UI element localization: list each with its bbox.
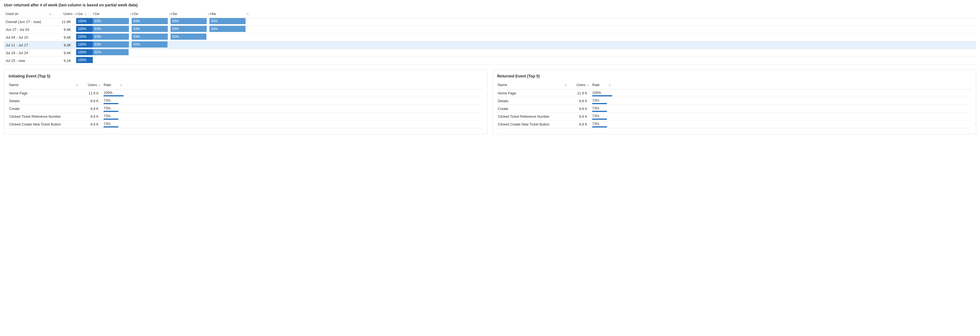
sort-icon[interactable]: ↑↓: [76, 83, 78, 87]
retention-row[interactable]: Jul 25 - now9.1K100%: [4, 57, 976, 64]
retention-cell: 100%: [76, 33, 93, 41]
retention-row[interactable]: Jul 11 - Jul 179.4K100%93%92%: [4, 41, 976, 49]
sort-icon[interactable]: ↑↓: [120, 83, 122, 87]
event-rate: 73%: [589, 105, 971, 113]
sort-icon[interactable]: ↑↓: [565, 83, 566, 87]
retention-bar: 100%: [76, 33, 93, 40]
retention-cell: [93, 57, 132, 64]
sort-icon[interactable]: ↑↓: [247, 12, 248, 16]
rate-bar: [592, 111, 607, 112]
retention-cell: 93%: [93, 18, 132, 25]
retention-bar: 93%: [93, 33, 129, 40]
retention-cell: 100%: [76, 25, 93, 33]
sort-icon[interactable]: ↑↓: [169, 12, 170, 16]
col-name-label: Name: [9, 83, 18, 87]
retention-bar: 93%: [210, 18, 245, 24]
retention-cell: 93%: [93, 41, 132, 49]
col-p1w-label: +1w: [93, 12, 99, 16]
retention-bar: 100%: [76, 41, 93, 48]
cohort-users: 9.4K: [51, 41, 76, 49]
table-row[interactable]: Home Page11.9 K100%: [497, 89, 971, 97]
table-row[interactable]: Clicked Ticket Reference Number8.8 K73%: [497, 113, 971, 121]
retention-cell: 92%: [170, 33, 210, 41]
retention-cell: [170, 49, 210, 57]
rate-label: 73%: [103, 99, 111, 102]
initiating-table: Name ↑↓ Users ↑↓ Rate: [9, 81, 483, 129]
retention-cell: [210, 41, 248, 49]
retention-row[interactable]: Jul 18 - Jul 249.4K100%92%: [4, 49, 976, 57]
sort-icon[interactable]: ↑↓: [130, 12, 132, 16]
retention-cell: 93%: [132, 33, 170, 41]
retention-bar: 92%: [170, 33, 207, 40]
event-cards: Initiating Event (Top 5) Name ↑↓ Users: [4, 70, 976, 134]
retention-cell: [132, 49, 170, 57]
retention-cell: 93%: [132, 25, 170, 33]
retention-cell: [210, 49, 248, 57]
sort-icon[interactable]: ↑↓: [207, 12, 210, 16]
retention-cell: [132, 57, 170, 64]
retention-bar: 93%: [132, 18, 168, 24]
retention-cell: 93%: [170, 25, 210, 33]
event-rate: 73%: [100, 97, 483, 105]
rate-label: 73%: [592, 106, 599, 110]
sort-icon[interactable]: ↑↓: [49, 12, 51, 16]
retention-bar: 93%: [210, 26, 245, 32]
table-row[interactable]: Clicked Create New Ticket Button8.8 K73%: [497, 121, 971, 128]
retention-bar: 100%: [76, 57, 93, 63]
rate-bar: [592, 103, 607, 104]
retention-cell: [210, 57, 248, 64]
table-row[interactable]: Clicked Create New Ticket Button8.8 K73%: [9, 121, 483, 128]
retention-row[interactable]: Overall (Jun 27 - now)11.8K100%93%93%93%…: [4, 18, 976, 25]
table-row[interactable]: Create8.8 K73%: [497, 105, 971, 113]
cohort-users: 9.4K: [51, 49, 76, 57]
table-row[interactable]: Details8.8 K73%: [497, 97, 971, 105]
retention-bar: 100%: [76, 18, 93, 24]
rate-bar: [103, 111, 118, 112]
cohort-users: 9.4K: [51, 33, 76, 41]
col-rate-label: Rate: [592, 83, 600, 87]
retention-bar: 93%: [132, 33, 168, 40]
retention-cell: 93%: [93, 25, 132, 33]
sort-icon[interactable]: ↑↓: [98, 83, 100, 87]
event-rate: 100%: [100, 89, 483, 97]
table-row[interactable]: Home Page11.9 K100%: [9, 89, 483, 97]
retention-title: User returned after # of week (last colu…: [4, 3, 976, 7]
retention-bar: 100%: [76, 26, 93, 32]
retention-cell: 100%: [76, 57, 93, 64]
event-rate: 73%: [100, 121, 483, 128]
cohort-users: 9.4K: [51, 25, 76, 33]
col-users-label: Users: [576, 83, 585, 87]
sort-icon[interactable]: ↑↓: [84, 12, 86, 16]
cohort-label: Jul 25 - now: [4, 57, 51, 64]
table-row[interactable]: Create8.8 K73%: [9, 105, 483, 113]
rate-bar: [103, 126, 118, 127]
table-row[interactable]: Details8.8 K73%: [9, 97, 483, 105]
event-name: Clicked Ticket Reference Number: [9, 113, 78, 121]
event-users: 8.8 K: [78, 97, 100, 105]
event-users: 11.9 K: [78, 89, 100, 97]
retention-header-row: Used on ↑↓ Users ↑↓ <1w ↑↓ +1w: [4, 10, 976, 18]
retention-cell: 93%: [93, 33, 132, 41]
retention-row[interactable]: Jul 04 - Jul 109.4K100%93%93%92%: [4, 33, 976, 41]
event-name: Clicked Create New Ticket Button: [9, 121, 78, 128]
retention-bar: 93%: [170, 26, 207, 32]
event-name: Create: [497, 105, 567, 113]
event-users: 8.8 K: [567, 121, 589, 128]
sort-icon[interactable]: ↑↓: [74, 12, 76, 16]
retention-row[interactable]: Jun 27 - Jul 039.4K100%93%93%93%93%: [4, 25, 976, 33]
sort-icon[interactable]: ↑↓: [587, 83, 589, 87]
retention-cell: 93%: [210, 25, 248, 33]
rate-bar: [103, 103, 118, 104]
retention-table: Used on ↑↓ Users ↑↓ <1w ↑↓ +1w: [4, 10, 976, 65]
cohort-label: Jul 11 - Jul 17: [4, 41, 51, 49]
rate-label: 73%: [592, 122, 599, 126]
rate-label: 73%: [103, 114, 111, 118]
cohort-label: Jun 27 - Jul 03: [4, 25, 51, 33]
sort-icon[interactable]: ↑↓: [608, 83, 610, 87]
table-row[interactable]: Clicked Ticket Reference Number8.8 K73%: [9, 113, 483, 121]
col-rate-label: Rate: [103, 83, 111, 87]
event-users: 8.8 K: [78, 105, 100, 113]
col-p4w-label: +4w: [210, 12, 216, 16]
event-name: Clicked Create New Ticket Button: [497, 121, 567, 128]
retention-bar: 92%: [93, 49, 129, 55]
